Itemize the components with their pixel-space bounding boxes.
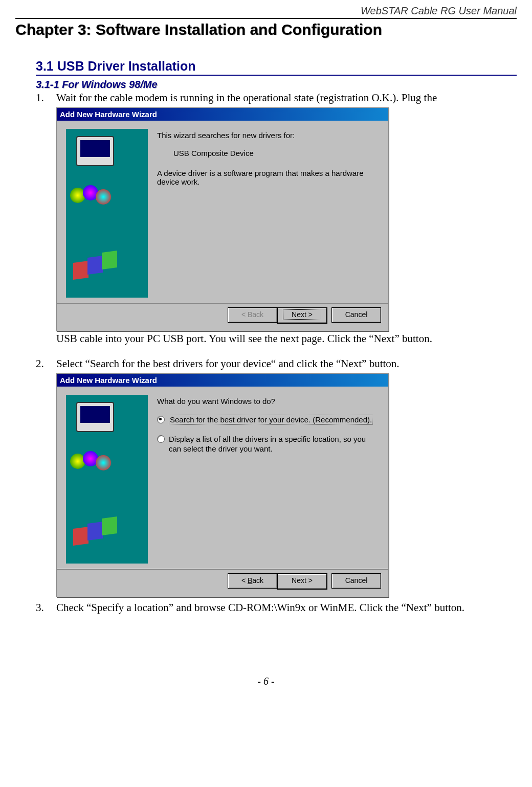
wizard-titlebar: Add New Hardware Wizard bbox=[57, 374, 388, 387]
step-number: 3. bbox=[36, 601, 56, 614]
wizard2-prompt: What do you want Windows to do? bbox=[157, 397, 379, 406]
wizard-sidebar-graphic bbox=[66, 395, 148, 564]
boxes-icon bbox=[73, 518, 119, 548]
wizard-titlebar: Add New Hardware Wizard bbox=[57, 108, 388, 121]
radio-unselected-icon bbox=[157, 435, 165, 443]
wizard1-device: USB Composite Device bbox=[173, 149, 379, 158]
boxes-icon bbox=[73, 252, 119, 282]
radio-selected-icon bbox=[157, 416, 165, 423]
chapter-title: Chapter 3: Software Installation and Con… bbox=[15, 21, 517, 38]
step-number: 2. bbox=[36, 357, 56, 598]
wizard-dialog-1: Add New Hardware Wizard Thi bbox=[56, 107, 389, 331]
step-1: 1. Wait for the cable modem is running i… bbox=[36, 92, 517, 345]
next-button[interactable]: Next > bbox=[277, 573, 327, 590]
wizard1-line1: This wizard searches for new drivers for… bbox=[157, 131, 379, 140]
cancel-button[interactable]: Cancel bbox=[331, 307, 381, 323]
discs-icon bbox=[70, 185, 111, 206]
radio-option-search[interactable]: Search for the best driver for your devi… bbox=[157, 415, 379, 425]
step-1-text-a: Wait for the cable modem is running in t… bbox=[56, 92, 437, 104]
wizard-dialog-2: Add New Hardware Wizard Wha bbox=[56, 373, 389, 597]
wizard-sidebar-graphic bbox=[66, 129, 148, 298]
radio-label-1: Search for the best driver for your devi… bbox=[169, 415, 373, 424]
back-button: < Back bbox=[228, 307, 277, 323]
doc-type: User Manual bbox=[459, 5, 517, 16]
step-2-text: Select “Search for the best drivers for … bbox=[56, 357, 400, 370]
step-1-text-b: USB cable into your PC USB port. You wil… bbox=[56, 332, 432, 345]
monitor-icon bbox=[76, 136, 114, 166]
radio-label-2: Display a list of all the drivers in a s… bbox=[169, 434, 379, 454]
next-button[interactable]: Next > bbox=[277, 307, 327, 324]
step-3-text: Check “Specify a location” and browse CD… bbox=[56, 601, 464, 614]
page-header: WebSTAR Cable RG User Manual bbox=[15, 5, 517, 19]
step-number: 1. bbox=[36, 92, 56, 345]
page-number: - 6 - bbox=[15, 676, 517, 687]
wizard1-line2: A device driver is a software program th… bbox=[157, 169, 379, 186]
radio-option-display-list[interactable]: Display a list of all the drivers in a s… bbox=[157, 434, 379, 454]
back-button[interactable]: < Back bbox=[228, 573, 277, 589]
step-3: 3. Check “Specify a location” and browse… bbox=[36, 601, 517, 614]
step-2: 2. Select “Search for the best drivers f… bbox=[36, 357, 517, 598]
monitor-icon bbox=[76, 402, 114, 432]
subsection-title: 3.1-1 For Windows 98/Me bbox=[36, 79, 517, 91]
discs-icon bbox=[70, 451, 111, 471]
product-name: WebSTAR Cable RG bbox=[361, 5, 456, 16]
cancel-button[interactable]: Cancel bbox=[331, 573, 381, 589]
section-title: 3.1 USB Driver Installation bbox=[36, 59, 517, 76]
